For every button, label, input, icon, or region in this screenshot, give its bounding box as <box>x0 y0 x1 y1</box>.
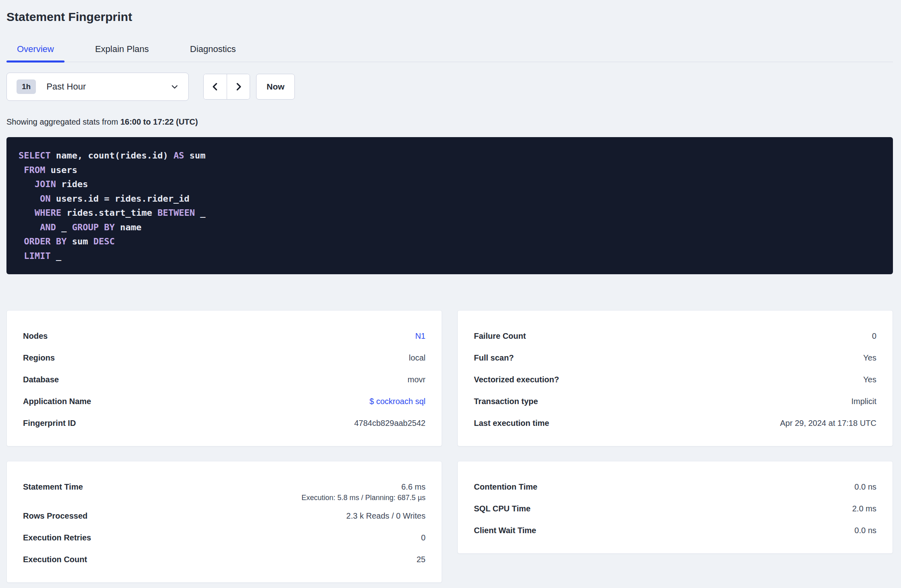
stat-row-regions: Regionslocal <box>23 347 425 369</box>
stat-label: Vectorized execution? <box>474 375 559 384</box>
time-controls: 1h Past Hour Now <box>6 73 893 101</box>
time-range-label: Past Hour <box>46 81 170 92</box>
stat-label: Client Wait Time <box>474 526 536 535</box>
time-step-buttons <box>203 74 250 100</box>
stat-label: Statement Time <box>23 482 83 492</box>
stat-value: Apr 29, 2024 at 17:18 UTC <box>780 419 876 428</box>
stat-row-client-wait-time: Client Wait Time0.0 ns <box>474 519 876 541</box>
stat-row-rows-processed: Rows Processed2.3 k Reads / 0 Writes <box>23 505 425 527</box>
card-execution-attributes: Failure Count0Full scan?YesVectorized ex… <box>457 310 893 446</box>
stat-value: 0 <box>872 332 876 341</box>
stat-value: Yes <box>863 353 876 363</box>
stat-label: Regions <box>23 353 55 363</box>
stat-value: 0 <box>421 533 425 542</box>
stat-row-failure-count: Failure Count0 <box>474 325 876 347</box>
stat-row-full-scan: Full scan?Yes <box>474 347 876 369</box>
stat-value-link[interactable]: N1 <box>415 332 425 341</box>
sql-line: ON users.id = rides.rider_id <box>19 192 881 206</box>
stat-value: local <box>409 353 425 363</box>
stat-row-last-execution-time: Last execution timeApr 29, 2024 at 17:18… <box>474 412 876 434</box>
time-range-badge: 1h <box>17 79 36 94</box>
sql-line: SELECT name, count(rides.id) AS sum <box>19 148 881 163</box>
stat-value: Implicit <box>851 397 876 406</box>
time-range-select[interactable]: 1h Past Hour <box>6 73 189 101</box>
sql-line: ORDER BY sum DESC <box>19 234 881 249</box>
aggregated-stats-range: 16:00 to 17:22 (UTC) <box>120 117 198 126</box>
stat-label: SQL CPU Time <box>474 504 530 513</box>
sql-line: WHERE rides.start_time BETWEEN _ <box>19 206 881 220</box>
stat-label: Last execution time <box>474 419 549 428</box>
page-title: Statement Fingerprint <box>6 10 893 24</box>
stat-row-execution-count: Execution Count25 <box>23 548 425 570</box>
tab-label: Diagnostics <box>190 44 236 54</box>
stat-row-contention-time: Contention Time0.0 ns <box>474 476 876 498</box>
stat-row-database: Databasemovr <box>23 369 425 390</box>
tab-label: Overview <box>17 44 54 54</box>
stat-value: 25 <box>417 555 425 564</box>
stat-row-execution-retries: Execution Retries0 <box>23 527 425 548</box>
stat-row-nodes: NodesN1 <box>23 325 425 347</box>
tab-explain-plans[interactable]: Explain Plans <box>85 40 159 62</box>
stat-row-fingerprint-id: Fingerprint ID4784cb829aab2542 <box>23 412 425 434</box>
stat-label: Transaction type <box>474 397 538 406</box>
sql-line: FROM users <box>19 163 881 177</box>
stat-value: 2.0 ms <box>852 504 876 513</box>
stat-row-application-name: Application Name$ cockroach sql <box>23 390 425 412</box>
stat-label: Fingerprint ID <box>23 419 76 428</box>
sql-line: JOIN rides <box>19 177 881 192</box>
sql-line: AND _ GROUP BY name <box>19 220 881 235</box>
sql-line: LIMIT _ <box>19 249 881 263</box>
stat-label: Full scan? <box>474 353 514 363</box>
chevron-left-icon <box>210 81 221 92</box>
stat-value: Yes <box>863 375 876 384</box>
stat-row-vectorized-execution: Vectorized execution?Yes <box>474 369 876 390</box>
stat-label: Execution Retries <box>23 533 91 542</box>
next-time-interval-button[interactable] <box>227 74 250 99</box>
active-tab-indicator <box>6 60 65 63</box>
tab-overview[interactable]: Overview <box>6 40 65 62</box>
stat-label: Application Name <box>23 397 91 406</box>
sql-statement-box: SELECT name, count(rides.id) AS sum FROM… <box>6 137 893 274</box>
stat-value: 2.3 k Reads / 0 Writes <box>346 511 425 521</box>
tab-label: Explain Plans <box>95 44 149 54</box>
statement-fingerprint-page: Statement Fingerprint OverviewExplain Pl… <box>0 0 901 583</box>
stat-value: 6.6 ms <box>401 482 425 492</box>
chevron-right-icon <box>233 81 244 92</box>
card-statement-details: NodesN1RegionslocalDatabasemovrApplicati… <box>6 310 442 446</box>
stat-row-sql-cpu-time: SQL CPU Time2.0 ms <box>474 498 876 519</box>
stat-value: movr <box>408 375 425 384</box>
stat-label: Rows Processed <box>23 511 88 521</box>
aggregated-stats-text: Showing aggregated stats from 16:00 to 1… <box>6 117 893 127</box>
stat-value: 0.0 ns <box>855 482 876 492</box>
chevron-down-icon <box>170 82 179 92</box>
card-wait-times: Contention Time0.0 nsSQL CPU Time2.0 msC… <box>457 461 893 554</box>
stat-subvalue: Execution: 5.8 ms / Planning: 687.5 µs <box>23 494 425 505</box>
previous-time-interval-button[interactable] <box>204 74 227 99</box>
stat-value: 4784cb829aab2542 <box>354 419 425 428</box>
stat-label: Nodes <box>23 332 48 341</box>
card-statement-times: Statement Time6.6 msExecution: 5.8 ms / … <box>6 461 442 583</box>
stat-label: Database <box>23 375 59 384</box>
stat-label: Contention Time <box>474 482 537 492</box>
tab-bar: OverviewExplain PlansDiagnostics <box>6 40 893 62</box>
stat-value: 0.0 ns <box>855 526 876 535</box>
cards-grid: NodesN1RegionslocalDatabasemovrApplicati… <box>6 310 893 583</box>
stat-label: Failure Count <box>474 332 526 341</box>
stat-label: Execution Count <box>23 555 87 564</box>
stat-row-transaction-type: Transaction typeImplicit <box>474 390 876 412</box>
stat-value-link[interactable]: $ cockroach sql <box>369 397 425 406</box>
aggregated-stats-prefix: Showing aggregated stats from <box>6 117 120 126</box>
now-button[interactable]: Now <box>256 74 295 100</box>
tab-diagnostics[interactable]: Diagnostics <box>179 40 246 62</box>
